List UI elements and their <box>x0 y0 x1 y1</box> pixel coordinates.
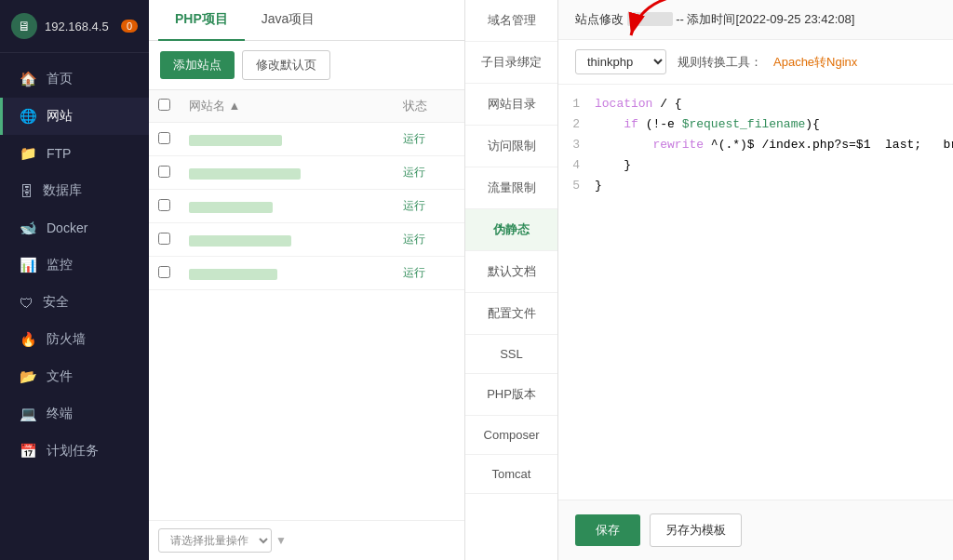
status-badge: 运行 <box>403 199 425 212</box>
editor-toolbar-wrapper: thinkphp wordpress dedecms laravel defau… <box>558 40 953 85</box>
server-ip: 192.168.4.5 <box>45 20 121 33</box>
sidebar-item-monitor[interactable]: 📊 监控 <box>0 247 149 284</box>
add-site-button[interactable]: 添加站点 <box>160 51 235 79</box>
menu-item-sitedir[interactable]: 网站目录 <box>465 84 557 126</box>
menu-item-domain[interactable]: 域名管理 <box>465 0 557 42</box>
sidebar-item-home-label: 首页 <box>47 71 73 87</box>
tab-bar: PHP项目 Java项目 <box>149 0 464 41</box>
site-name <box>189 269 277 280</box>
sidebar-item-monitor-label: 监控 <box>47 257 73 273</box>
menu-item-php-version[interactable]: PHP版本 <box>465 374 557 416</box>
line-number: 5 <box>558 176 591 196</box>
sidebar-item-website[interactable]: 🌐 网站 <box>0 98 149 135</box>
code-line-4: 4 } <box>558 155 953 176</box>
sidebar-item-cron[interactable]: 📅 计划任务 <box>0 433 149 470</box>
sidebar-item-ftp-label: FTP <box>47 146 71 161</box>
sidebar-item-docker-label: Docker <box>47 220 87 235</box>
menu-item-composer[interactable]: Composer <box>465 416 557 455</box>
sidebar-item-docker[interactable]: 🐋 Docker <box>0 209 149 247</box>
sidebar-item-ftp[interactable]: 📁 FTP <box>0 135 149 172</box>
code-line-1: 1 location / { <box>558 94 953 114</box>
line-number: 3 <box>558 135 591 155</box>
sidebar: 🖥 192.168.4.5 0 🏠 首页 🌐 网站 📁 FTP 🗄 数据库 🐋 … <box>0 0 149 560</box>
server-icon: 🖥 <box>11 13 37 39</box>
select-all-checkbox[interactable] <box>158 99 170 111</box>
sidebar-item-firewall[interactable]: 🔥 防火墙 <box>0 321 149 358</box>
tab-php[interactable]: PHP项目 <box>158 0 245 41</box>
menu-item-default-doc[interactable]: 默认文档 <box>465 251 557 293</box>
terminal-icon: 💻 <box>20 406 37 422</box>
database-icon: 🗄 <box>20 183 34 199</box>
convert-tool-label: 规则转换工具： <box>678 54 762 71</box>
site-toolbar: 添加站点 修改默认页 <box>149 41 464 90</box>
menu-item-rewrite[interactable]: 伪静态 <box>465 209 557 251</box>
menu-item-traffic[interactable]: 流量限制 <box>465 167 557 209</box>
sidebar-item-security-label: 安全 <box>43 294 69 311</box>
editor-title-prefix: 站点修改 <box>575 12 624 26</box>
code-line-5: 5 } <box>558 176 953 196</box>
site-panel: PHP项目 Java项目 添加站点 修改默认页 网站名 ▲ 状态 <box>149 0 465 560</box>
table-row: 运行 <box>149 257 464 290</box>
save-as-template-button[interactable]: 另存为模板 <box>650 513 742 547</box>
line-content: if (!-e $request_filename){ <box>591 114 953 135</box>
row-checkbox[interactable] <box>158 266 170 278</box>
menu-item-config[interactable]: 配置文件 <box>465 293 557 335</box>
sidebar-nav: 🏠 首页 🌐 网站 📁 FTP 🗄 数据库 🐋 Docker 📊 监控 🛡 安全 <box>0 53 149 560</box>
row-checkbox[interactable] <box>158 166 170 178</box>
sidebar-item-database-label: 数据库 <box>43 182 82 199</box>
menu-item-tomcat[interactable]: Tomcat <box>465 455 557 494</box>
batch-operation-select[interactable]: 请选择批量操作 <box>158 528 272 553</box>
code-editor[interactable]: 1 location / { 2 if (!-e $request_filena… <box>558 85 953 500</box>
status-badge: 运行 <box>403 266 425 279</box>
convert-tool-link[interactable]: Apache转Nginx <box>773 54 857 71</box>
sidebar-item-files[interactable]: 📂 文件 <box>0 358 149 395</box>
sidebar-item-home[interactable]: 🏠 首页 <box>0 60 149 98</box>
site-name-col-header: 网站名 ▲ <box>180 90 394 123</box>
table-row: 运行 <box>149 223 464 257</box>
row-checkbox[interactable] <box>158 199 170 211</box>
files-icon: 📂 <box>20 368 37 385</box>
code-line-2: 2 if (!-e $request_filename){ <box>558 114 953 135</box>
menu-item-subdir[interactable]: 子目录绑定 <box>465 42 557 84</box>
table-footer: 请选择批量操作 ▼ <box>149 520 464 560</box>
line-content: location / { <box>591 94 953 114</box>
status-badge: 运行 <box>403 233 425 246</box>
sidebar-item-terminal-label: 终端 <box>47 406 73 422</box>
ftp-icon: 📁 <box>20 145 37 162</box>
editor-toolbar: thinkphp wordpress dedecms laravel defau… <box>558 40 953 85</box>
line-content: } <box>591 155 953 176</box>
sidebar-item-firewall-label: 防火墙 <box>47 331 86 348</box>
line-number: 1 <box>558 94 591 114</box>
row-checkbox[interactable] <box>158 132 170 144</box>
sidebar-item-database[interactable]: 🗄 数据库 <box>0 172 149 209</box>
rewrite-template-select[interactable]: thinkphp wordpress dedecms laravel defau… <box>575 49 666 74</box>
sidebar-item-security[interactable]: 🛡 安全 <box>0 284 149 321</box>
cron-icon: 📅 <box>20 443 37 460</box>
editor-title-suffix: -- 添加时间[2022-09-25 23:42:08] <box>676 12 854 26</box>
notification-badge: 0 <box>121 20 138 33</box>
table-row: 运行 <box>149 123 464 156</box>
row-checkbox[interactable] <box>158 233 170 245</box>
sidebar-item-files-label: 文件 <box>47 368 73 385</box>
table-row: 运行 <box>149 190 464 223</box>
site-name <box>189 168 301 180</box>
website-icon: 🌐 <box>20 108 37 125</box>
site-name <box>189 235 291 247</box>
sidebar-header: 🖥 192.168.4.5 0 <box>0 0 149 53</box>
menu-item-access[interactable]: 访问限制 <box>465 126 557 167</box>
editor-footer: 保存 另存为模板 <box>558 500 953 560</box>
sidebar-item-terminal[interactable]: 💻 终端 <box>0 395 149 433</box>
modify-default-button[interactable]: 修改默认页 <box>242 50 330 80</box>
docker-icon: 🐋 <box>20 220 37 236</box>
table-row: 运行 <box>149 156 464 190</box>
site-table: 网站名 ▲ 状态 运行 运行 <box>149 90 464 520</box>
editor-header: 站点修改 -- 添加时间[2022-09-25 23:42:08] <box>558 0 953 40</box>
firewall-icon: 🔥 <box>20 331 37 348</box>
status-col-header: 状态 <box>394 90 464 123</box>
security-icon: 🛡 <box>20 295 34 311</box>
sidebar-item-cron-label: 计划任务 <box>47 443 99 460</box>
monitor-icon: 📊 <box>20 257 37 273</box>
menu-item-ssl[interactable]: SSL <box>465 335 557 374</box>
tab-java[interactable]: Java项目 <box>245 0 332 41</box>
save-button[interactable]: 保存 <box>575 514 640 546</box>
